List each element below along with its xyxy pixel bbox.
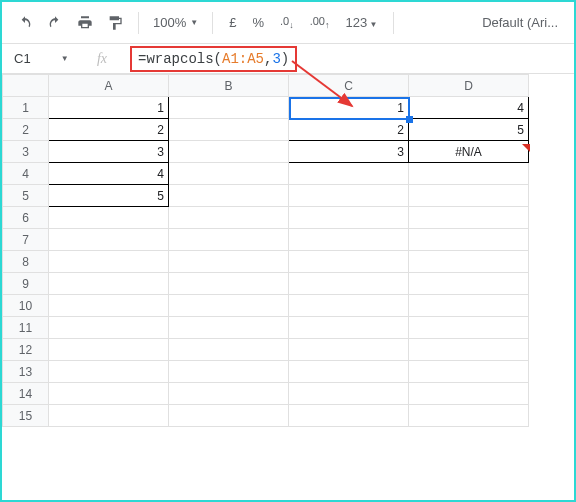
paint-format-icon[interactable]: [102, 10, 128, 36]
currency-button[interactable]: £: [223, 15, 242, 30]
cell[interactable]: [169, 207, 289, 229]
cell[interactable]: [409, 383, 529, 405]
cell[interactable]: [49, 295, 169, 317]
formula-bar[interactable]: =wrapcols(A1:A5,3): [122, 43, 574, 75]
cell[interactable]: [409, 317, 529, 339]
cell[interactable]: [409, 229, 529, 251]
col-header-C[interactable]: C: [289, 75, 409, 97]
cell[interactable]: [409, 273, 529, 295]
col-header-A[interactable]: A: [49, 75, 169, 97]
col-header-D[interactable]: D: [409, 75, 529, 97]
cell[interactable]: [289, 229, 409, 251]
cell[interactable]: [169, 163, 289, 185]
cell[interactable]: [169, 251, 289, 273]
cell[interactable]: [169, 361, 289, 383]
row-header[interactable]: 7: [3, 229, 49, 251]
cell[interactable]: [289, 339, 409, 361]
cell[interactable]: [169, 229, 289, 251]
separator: [138, 12, 139, 34]
cell[interactable]: [289, 317, 409, 339]
error-indicator-icon[interactable]: [522, 144, 530, 152]
cell[interactable]: #N/A: [409, 141, 529, 163]
cell[interactable]: [289, 185, 409, 207]
zoom-dropdown[interactable]: 100% ▼: [149, 15, 202, 30]
col-header-B[interactable]: B: [169, 75, 289, 97]
cell[interactable]: [169, 339, 289, 361]
row-header[interactable]: 5: [3, 185, 49, 207]
formula-highlight: =wrapcols(A1:A5,3): [130, 46, 297, 72]
cell[interactable]: 4: [49, 163, 169, 185]
cell[interactable]: 1: [289, 97, 409, 119]
cell[interactable]: [409, 405, 529, 427]
cell[interactable]: [169, 185, 289, 207]
cell[interactable]: [409, 185, 529, 207]
cell[interactable]: 3: [289, 141, 409, 163]
cell[interactable]: 5: [49, 185, 169, 207]
cell[interactable]: [169, 273, 289, 295]
font-dropdown[interactable]: Default (Ari...: [476, 15, 564, 30]
cell[interactable]: [409, 251, 529, 273]
fill-handle[interactable]: [406, 116, 413, 123]
decrease-decimal-button[interactable]: .0↓: [274, 15, 300, 30]
cell[interactable]: [169, 97, 289, 119]
cell[interactable]: 5: [409, 119, 529, 141]
name-box[interactable]: C1 ▼: [2, 51, 82, 66]
row-header[interactable]: 8: [3, 251, 49, 273]
cell[interactable]: [289, 361, 409, 383]
cell[interactable]: [169, 119, 289, 141]
chevron-down-icon: ▼: [367, 20, 377, 29]
row-header[interactable]: 9: [3, 273, 49, 295]
print-icon[interactable]: [72, 10, 98, 36]
select-all-corner[interactable]: [3, 75, 49, 97]
cell[interactable]: [49, 317, 169, 339]
cell[interactable]: [409, 295, 529, 317]
number-format-dropdown[interactable]: 123 ▼: [339, 15, 383, 30]
cell[interactable]: [409, 163, 529, 185]
undo-icon[interactable]: [12, 10, 38, 36]
row-header[interactable]: 4: [3, 163, 49, 185]
cell[interactable]: [169, 141, 289, 163]
row-header[interactable]: 12: [3, 339, 49, 361]
cell[interactable]: [49, 229, 169, 251]
spreadsheet-grid[interactable]: A B C D 1 1 1 4 2 2 2 5 3: [2, 74, 574, 427]
row-header[interactable]: 14: [3, 383, 49, 405]
cell[interactable]: [49, 383, 169, 405]
cell[interactable]: 1: [49, 97, 169, 119]
cell[interactable]: 2: [289, 119, 409, 141]
cell[interactable]: [289, 163, 409, 185]
cell[interactable]: [49, 361, 169, 383]
row-header[interactable]: 11: [3, 317, 49, 339]
cell[interactable]: [49, 207, 169, 229]
cell[interactable]: [409, 207, 529, 229]
cell[interactable]: [49, 251, 169, 273]
row-header[interactable]: 2: [3, 119, 49, 141]
percent-button[interactable]: %: [246, 15, 270, 30]
cell[interactable]: [169, 405, 289, 427]
cell[interactable]: [409, 339, 529, 361]
cell[interactable]: 4: [409, 97, 529, 119]
cell[interactable]: 2: [49, 119, 169, 141]
cell[interactable]: [289, 405, 409, 427]
row-header[interactable]: 15: [3, 405, 49, 427]
cell[interactable]: [289, 295, 409, 317]
redo-icon[interactable]: [42, 10, 68, 36]
row-header[interactable]: 10: [3, 295, 49, 317]
cell[interactable]: [289, 207, 409, 229]
cell[interactable]: [289, 273, 409, 295]
row-header[interactable]: 3: [3, 141, 49, 163]
row-header[interactable]: 13: [3, 361, 49, 383]
cell[interactable]: [169, 295, 289, 317]
row-header[interactable]: 6: [3, 207, 49, 229]
cell[interactable]: [49, 339, 169, 361]
cell[interactable]: [289, 251, 409, 273]
cell[interactable]: 3: [49, 141, 169, 163]
row-header[interactable]: 1: [3, 97, 49, 119]
cell[interactable]: [289, 383, 409, 405]
cell[interactable]: [409, 361, 529, 383]
cell[interactable]: [49, 273, 169, 295]
increase-decimal-button[interactable]: .00↑: [304, 15, 336, 30]
cell[interactable]: [49, 405, 169, 427]
zoom-value: 100%: [153, 15, 186, 30]
cell[interactable]: [169, 317, 289, 339]
cell[interactable]: [169, 383, 289, 405]
